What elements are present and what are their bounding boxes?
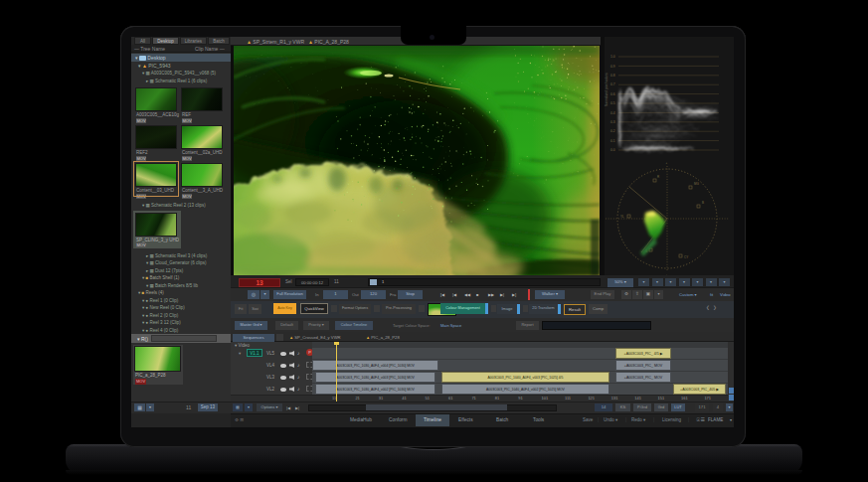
svg-text:0.5: 0.5 [610,101,615,105]
svg-text:0.6: 0.6 [610,92,615,96]
svg-text:MG: MG [694,182,699,186]
svg-text:+: + [666,161,668,165]
svg-text:0.7: 0.7 [610,82,615,86]
svg-text:0.8: 0.8 [610,74,615,78]
svg-text:CY: CY [684,255,688,259]
svg-text:Normalized pixel values: Normalized pixel values [605,73,608,106]
svg-text:0.3: 0.3 [610,120,615,124]
svg-text:YL: YL [620,215,624,219]
svg-text:R: R [657,175,660,179]
svg-text:0.2: 0.2 [610,129,615,133]
svg-text:0.1: 0.1 [610,139,615,143]
svg-text:1.0: 1.0 [610,55,615,59]
svg-text:0.4: 0.4 [610,111,615,115]
svg-text:0.0: 0.0 [610,148,615,152]
svg-text:0.9: 0.9 [610,65,615,69]
svg-text:B: B [702,201,704,205]
